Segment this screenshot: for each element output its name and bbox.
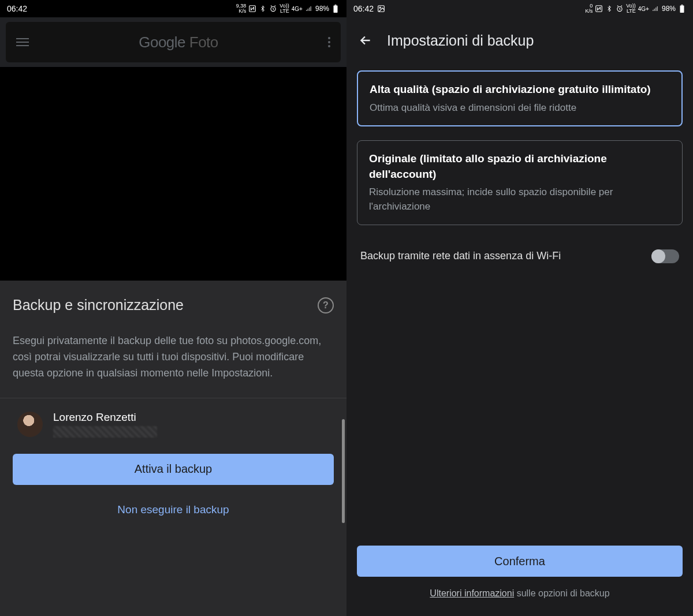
data-speed-indicator: 9,38 K/s: [236, 3, 247, 14]
svg-rect-2: [334, 5, 338, 13]
toggle-switch[interactable]: [651, 249, 679, 263]
confirm-button[interactable]: Conferma: [357, 546, 683, 577]
more-info-link[interactable]: Ulteriori informazioni sulle opzioni di …: [357, 588, 683, 599]
svg-rect-3: [335, 5, 337, 5]
backup-sync-sheet: Backup e sincronizzazione ? Esegui priva…: [0, 281, 346, 616]
settings-title: Impostazioni di backup: [387, 32, 534, 49]
account-name: Lorenzo Renzetti: [53, 411, 157, 424]
app-title: Google Foto: [29, 33, 328, 51]
scrollbar[interactable]: [342, 419, 345, 523]
cellular-backup-toggle-row[interactable]: Backup tramite rete dati in assenza di W…: [346, 232, 693, 281]
option-title: Originale (limitato allo spazio di archi…: [369, 151, 670, 182]
status-bar-right: 06:42 0 K/s Vo)) LTE 4G+ 98%: [346, 0, 693, 17]
more-options-icon[interactable]: [328, 37, 330, 47]
divider: [0, 398, 346, 398]
account-row[interactable]: Lorenzo Renzetti: [13, 411, 334, 438]
screen-google-photos: 06:42 9,38 K/s Vo)) LTE 4G+ 98% Google F…: [0, 0, 346, 616]
settings-app-bar: Impostazioni di backup: [346, 17, 693, 64]
svg-rect-8: [680, 5, 684, 13]
option-description: Risoluzione massima; incide sullo spazio…: [369, 185, 670, 214]
volte-indicator: Vo)) LTE: [626, 3, 636, 14]
help-icon[interactable]: ?: [318, 297, 334, 313]
svg-point-5: [379, 7, 381, 8]
network-type: 4G+: [292, 6, 303, 12]
battery-percent: 98%: [662, 5, 676, 13]
sheet-title: Backup e sincronizzazione: [13, 297, 184, 313]
network-type: 4G+: [638, 6, 649, 12]
skip-backup-button[interactable]: Non eseguire il backup: [13, 495, 334, 524]
menu-icon[interactable]: [16, 38, 29, 46]
alarm-icon: [269, 5, 277, 13]
gallery-icon: [377, 5, 385, 13]
option-description: Ottima qualità visiva e dimensioni dei f…: [370, 101, 670, 115]
app-bar: Google Foto: [6, 22, 341, 62]
bluetooth-icon: [605, 5, 613, 13]
nfc-icon: [248, 5, 256, 13]
option-high-quality[interactable]: Alta qualità (spazio di archiviazione gr…: [357, 70, 683, 126]
back-arrow-icon[interactable]: [358, 33, 373, 48]
option-original[interactable]: Originale (limitato allo spazio di archi…: [357, 140, 683, 225]
account-email-redacted: [53, 426, 157, 438]
enable-backup-button[interactable]: Attiva il backup: [13, 454, 334, 485]
screen-backup-settings: 06:42 0 K/s Vo)) LTE 4G+ 98% Impostazion…: [346, 0, 693, 616]
battery-percent: 98%: [315, 5, 329, 13]
volte-indicator: Vo)) LTE: [280, 3, 289, 14]
nfc-icon: [595, 5, 603, 13]
clock: 06:42: [353, 4, 374, 13]
clock: 06:42: [7, 4, 27, 13]
photo-grid-empty: [0, 67, 346, 281]
battery-icon: [331, 5, 340, 13]
data-speed-indicator: 0 K/s: [585, 3, 593, 14]
avatar: [17, 412, 43, 437]
signal-icon: [651, 5, 660, 13]
toggle-label: Backup tramite rete dati in assenza di W…: [360, 250, 561, 262]
bluetooth-icon: [259, 5, 267, 13]
battery-icon: [678, 5, 686, 13]
svg-rect-9: [681, 5, 683, 5]
alarm-icon: [616, 5, 624, 13]
signal-icon: [305, 5, 313, 13]
sheet-description: Esegui privatamente il backup delle tue …: [13, 333, 334, 382]
option-title: Alta qualità (spazio di archiviazione gr…: [370, 82, 670, 98]
status-bar-left: 06:42 9,38 K/s Vo)) LTE 4G+ 98%: [0, 0, 346, 17]
